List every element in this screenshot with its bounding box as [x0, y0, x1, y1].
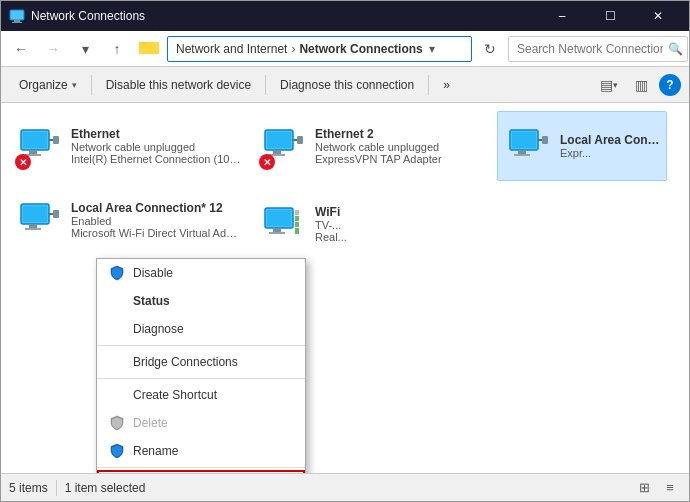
organize-label: Organize [19, 78, 68, 92]
context-menu: Disable Status Diagnose Bridge Connectio… [96, 258, 306, 473]
svg-rect-31 [267, 210, 291, 226]
svg-rect-13 [267, 132, 291, 148]
ethernet2-desc: ExpressVPN TAP Adapter [315, 153, 485, 165]
svg-rect-34 [295, 228, 299, 234]
breadcrumb-arrow: › [291, 42, 295, 56]
back-button[interactable]: ← [7, 35, 35, 63]
close-button[interactable]: ✕ [635, 1, 681, 31]
svg-rect-11 [53, 136, 59, 144]
svg-rect-20 [518, 150, 526, 154]
disable-label: Disable this network device [106, 78, 251, 92]
statusbar-view-grid[interactable]: ⊞ [633, 477, 655, 499]
help-button[interactable]: ? [659, 74, 681, 96]
network-item-local[interactable]: Local Area Connection Expr... [497, 111, 667, 181]
window-title: Network Connections [31, 9, 539, 23]
content-area: ✕ Ethernet Network cable unplugged Intel… [1, 103, 689, 473]
pane-button[interactable]: ▥ [627, 71, 655, 99]
ethernet-icon: ✕ [15, 122, 63, 170]
svg-rect-7 [23, 132, 47, 148]
diagnose-button[interactable]: Diagnose this connection [270, 71, 424, 99]
breadcrumb-part1: Network and Internet [176, 42, 287, 56]
search-input[interactable] [508, 36, 688, 62]
svg-rect-33 [269, 232, 285, 234]
ctx-sep-1 [97, 345, 305, 346]
ctx-create-shortcut-label: Create Shortcut [133, 388, 217, 402]
local-name: Local Area Connection [560, 133, 660, 147]
network-item-wifi[interactable]: WiFi TV-... Real... [253, 189, 493, 259]
refresh-button[interactable]: ↻ [476, 35, 504, 63]
breadcrumb-part2: Network Connections [299, 42, 422, 56]
wifi-info: WiFi TV-... Real... [315, 205, 487, 243]
ctx-rename[interactable]: Rename [97, 437, 305, 465]
ctx-disable[interactable]: Disable [97, 259, 305, 287]
up-button[interactable]: ↑ [103, 35, 131, 63]
local-icon [504, 122, 552, 170]
selected-count: 1 item selected [65, 481, 146, 495]
window-icon [9, 8, 25, 24]
shield-disable-icon [107, 263, 127, 283]
local-desc: Expr... [560, 147, 660, 159]
ctx-rename-label: Rename [133, 444, 178, 458]
ctx-bridge[interactable]: Bridge Connections [97, 348, 305, 376]
wifi-status: TV-... [315, 219, 487, 231]
window: Network Connections – ☐ ✕ ← → ▾ ↑ Networ… [0, 0, 690, 502]
local12-status: Enabled [71, 215, 243, 227]
network-item-local12[interactable]: Local Area Connection* 12 Enabled Micros… [9, 185, 249, 255]
breadcrumb-dropdown-icon[interactable]: ▾ [429, 42, 435, 56]
svg-rect-5 [139, 42, 159, 54]
ctx-sep-2 [97, 378, 305, 379]
ctx-delete-label: Delete [133, 416, 168, 430]
ethernet2-info: Ethernet 2 Network cable unplugged Expre… [315, 127, 487, 165]
ethernet-status: Network cable unplugged [71, 141, 243, 153]
svg-rect-23 [542, 136, 548, 144]
titlebar: Network Connections – ☐ ✕ [1, 1, 689, 31]
minimize-button[interactable]: – [539, 1, 585, 31]
view-mode-button[interactable]: ▤ ▾ [595, 71, 623, 99]
folder-icon [139, 39, 159, 58]
svg-rect-32 [273, 228, 281, 232]
ethernet2-icon: ✕ [259, 122, 307, 170]
toolbar: Organize ▾ Disable this network device D… [1, 67, 689, 103]
network-item-ethernet2[interactable]: ✕ Ethernet 2 Network cable unplugged Exp… [253, 111, 493, 181]
ethernet2-status: Network cable unplugged [315, 141, 487, 153]
svg-rect-27 [25, 228, 41, 230]
toolbar-sep-1 [91, 75, 92, 95]
svg-rect-25 [23, 206, 47, 222]
ctx-status[interactable]: Status [97, 287, 305, 315]
ctx-bridge-label: Bridge Connections [133, 355, 238, 369]
svg-rect-36 [295, 216, 299, 221]
svg-rect-37 [295, 210, 299, 215]
organize-button[interactable]: Organize ▾ [9, 71, 87, 99]
ctx-properties[interactable]: Properties [97, 470, 305, 473]
shield-rename-icon [107, 441, 127, 461]
disable-button[interactable]: Disable this network device [96, 71, 261, 99]
forward-button[interactable]: → [39, 35, 67, 63]
breadcrumb-bar[interactable]: Network and Internet › Network Connectio… [167, 36, 472, 62]
svg-rect-17 [297, 136, 303, 144]
svg-rect-0 [10, 10, 24, 20]
svg-rect-19 [512, 132, 536, 148]
svg-rect-14 [273, 150, 281, 154]
organize-dropdown-icon: ▾ [72, 80, 77, 90]
svg-rect-21 [514, 154, 530, 156]
local-info: Local Area Connection Expr... [560, 133, 660, 159]
ctx-diagnose[interactable]: Diagnose [97, 315, 305, 343]
network-item-ethernet[interactable]: ✕ Ethernet Network cable unplugged Intel… [9, 111, 249, 181]
svg-rect-2 [12, 22, 22, 23]
wifi-icon-container [259, 200, 307, 248]
statusbar-view-list[interactable]: ≡ [659, 477, 681, 499]
ctx-create-shortcut[interactable]: Create Shortcut [97, 381, 305, 409]
error2-icon: ✕ [259, 154, 275, 170]
toolbar-right: ▤ ▾ ▥ ? [595, 71, 681, 99]
ctx-delete[interactable]: Delete [97, 409, 305, 437]
addressbar: ← → ▾ ↑ Network and Internet › Network C… [1, 31, 689, 67]
view-icon: ▤ [600, 77, 613, 93]
more-button[interactable]: » [433, 71, 460, 99]
statusbar: 5 items 1 item selected ⊞ ≡ [1, 473, 689, 501]
local12-desc: Microsoft Wi-Fi Direct Virtual Ada... [71, 227, 241, 239]
statusbar-right: ⊞ ≡ [633, 477, 681, 499]
ethernet2-name: Ethernet 2 [315, 127, 487, 141]
maximize-button[interactable]: ☐ [587, 1, 633, 31]
nav-dropdown-button[interactable]: ▾ [71, 35, 99, 63]
local12-icon [15, 196, 63, 244]
